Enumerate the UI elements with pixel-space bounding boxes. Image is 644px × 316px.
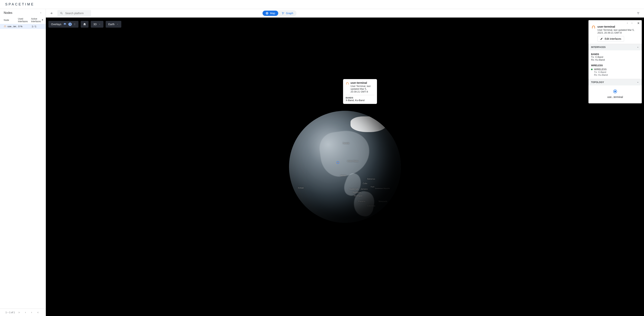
page-prev-button[interactable] xyxy=(23,310,28,314)
expand-icon xyxy=(74,23,76,26)
bands-rx: Rx: Ku-Band xyxy=(591,58,639,61)
topbar: SPACETIME xyxy=(0,0,644,9)
brand-logo: SPACETIME xyxy=(5,3,34,6)
row-used: 0 % xyxy=(18,25,32,28)
overlays-label: Overlays xyxy=(51,23,61,26)
map-label-bahamas: Bahamas xyxy=(367,178,375,180)
search-box[interactable] xyxy=(58,10,91,17)
map-label-panama: Panama xyxy=(358,200,365,202)
map-label-venezuela: Venezuela xyxy=(378,200,387,202)
home-button[interactable] xyxy=(81,21,88,28)
tab-map-label: Map xyxy=(270,12,275,15)
search-input[interactable] xyxy=(65,12,88,15)
toolbar: Map Graph xyxy=(46,9,644,18)
col-used-interfaces[interactable]: Used Interfaces xyxy=(18,18,31,23)
svg-line-1 xyxy=(62,14,62,14)
section-topology-label: TOPOLOGY xyxy=(591,81,604,84)
view-mode-label: 3D xyxy=(93,23,97,26)
panel-subtitle: User Terminal, last updated Mar 5, 2023,… xyxy=(598,29,639,34)
edit-interfaces-button[interactable]: Edit interfaces xyxy=(598,36,624,42)
section-topology-header[interactable]: TOPOLOGY xyxy=(588,79,642,85)
map-label-dr: Dominican Republic xyxy=(375,187,390,189)
view-toggle: Map Graph xyxy=(262,10,296,16)
map-label-nicaragua: Nicaragua xyxy=(354,195,362,197)
home-icon xyxy=(83,23,86,26)
map-viewport[interactable]: Overlays 1 3D Earth xyxy=(46,18,644,316)
map-controls: Overlays 1 3D Earth xyxy=(48,21,121,28)
map-marker[interactable] xyxy=(336,161,339,164)
overlays-dropdown[interactable]: Overlays 1 xyxy=(48,21,78,28)
chevron-up-icon xyxy=(636,81,639,84)
sort-arrow-icon[interactable] xyxy=(41,19,44,22)
wireless-name: WIRELESS xyxy=(594,68,606,71)
chevron-up-icon xyxy=(636,46,639,49)
row-active: 1 / 1 xyxy=(32,25,41,28)
sidebar: Nodes Node Used Interfaces Active Interf… xyxy=(0,9,46,316)
table-row[interactable]: use...ter.. 0 % 1 / 1 xyxy=(0,24,46,29)
panel-prev-button[interactable] xyxy=(625,21,629,25)
wireless-rx: Rx: Ku-Band xyxy=(594,74,639,76)
map-label-cuba: Cuba xyxy=(363,182,367,184)
tooltip-subtitle: User Terminal, last updated Mar 5, 20:39… xyxy=(350,85,374,93)
user-terminal-icon xyxy=(592,25,596,29)
table-header: Node Used Interfaces Active Interfaces xyxy=(0,17,46,24)
pencil-icon xyxy=(600,38,603,40)
view-mode-dropdown[interactable]: 3D xyxy=(91,21,104,28)
panel-next-button[interactable] xyxy=(630,21,634,25)
globe-icon xyxy=(266,12,268,15)
edit-interfaces-label: Edit interfaces xyxy=(605,37,621,40)
map-label-guatemala: Guatemala xyxy=(350,188,358,190)
user-terminal-icon xyxy=(4,25,6,28)
entity-type-dropdown[interactable]: Nodes xyxy=(0,9,46,17)
tab-graph-label: Graph xyxy=(286,12,293,15)
sidebar-pagination: 1 – 1 of 1 xyxy=(0,308,46,316)
map-tooltip: user-terminal User Terminal, last update… xyxy=(343,79,377,104)
topology-node-icon[interactable] xyxy=(613,90,617,93)
globe[interactable]: Canada United States Mexico Bahamas Cuba… xyxy=(289,111,401,223)
tooltip-bands-label: BANDS xyxy=(346,97,374,99)
panel-title: user-terminal xyxy=(598,25,639,28)
map-label-colombia: Colombia xyxy=(367,205,375,207)
chevron-down-icon xyxy=(98,23,101,25)
map-label-honduras: Honduras xyxy=(353,191,361,193)
col-node[interactable]: Node xyxy=(4,19,18,22)
panel-close-button[interactable] xyxy=(636,21,640,25)
base-layer-label: Earth xyxy=(108,23,114,26)
col-active-interfaces[interactable]: Active Interfaces xyxy=(31,18,41,23)
map-label-mexico: Mexico xyxy=(340,175,346,177)
overlays-count-badge: 1 xyxy=(68,23,72,26)
tooltip-bands-value: X-Band, Ku-Band xyxy=(346,99,374,102)
page-next-button[interactable] xyxy=(30,310,34,314)
page-first-button[interactable] xyxy=(17,310,21,314)
svg-point-0 xyxy=(60,12,62,14)
tab-map[interactable]: Map xyxy=(262,11,278,16)
pagination-range: 1 – 1 of 1 xyxy=(6,311,15,314)
section-interfaces-label: INTERFACES xyxy=(591,46,606,49)
entity-type-label: Nodes xyxy=(4,11,12,15)
bands-tx: Tx: X-Band xyxy=(591,56,639,58)
map-label-kiribati: Kiribati xyxy=(298,187,304,189)
user-terminal-icon xyxy=(346,82,349,85)
section-interfaces-header[interactable]: INTERFACES xyxy=(588,44,642,50)
base-layer-dropdown[interactable]: Earth xyxy=(106,21,121,28)
status-dot-icon xyxy=(591,69,592,70)
bands-heading: BANDS xyxy=(591,53,639,56)
details-panel: user-terminal User Terminal, last update… xyxy=(588,20,642,103)
map-label-jamaica: Jamaica xyxy=(360,188,368,190)
map-label-us: United States xyxy=(347,160,358,162)
chevron-down-icon xyxy=(40,12,42,14)
chevron-down-icon xyxy=(116,23,119,25)
search-icon xyxy=(60,12,63,15)
map-label-haiti: Haiti xyxy=(371,186,374,188)
map-label-canada: Canada xyxy=(343,142,349,144)
layers-icon xyxy=(63,23,66,26)
tooltip-title: user-terminal xyxy=(350,81,374,84)
tab-graph[interactable]: Graph xyxy=(278,11,296,16)
wireless-tx: Tx: X-Band xyxy=(594,71,639,74)
row-node-name: use...ter.. xyxy=(8,25,17,28)
main: Map Graph Overlays 1 xyxy=(46,9,644,316)
graph-icon xyxy=(282,12,284,15)
filter-button[interactable] xyxy=(636,11,641,16)
back-button[interactable] xyxy=(49,11,54,16)
page-last-button[interactable] xyxy=(36,310,40,314)
